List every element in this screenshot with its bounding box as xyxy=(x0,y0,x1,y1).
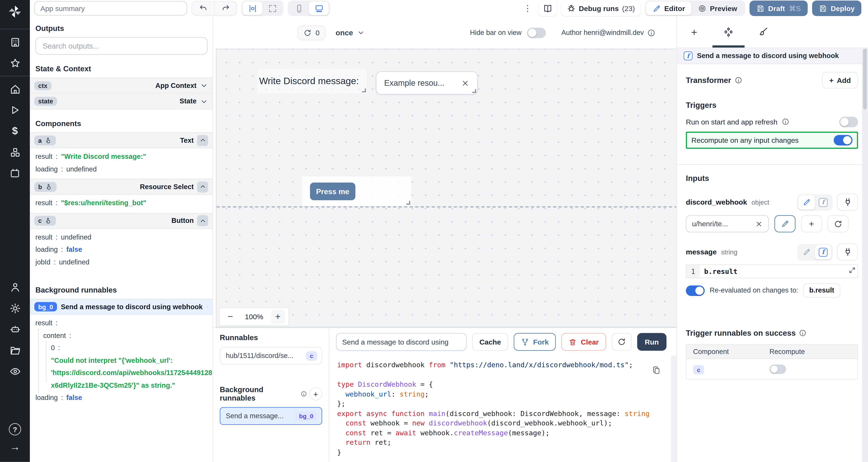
code-line[interactable]: webhook_url: string; xyxy=(337,389,671,399)
collapse-button[interactable] xyxy=(197,135,208,146)
fit-view-button[interactable] xyxy=(262,2,282,15)
background-runnable-row[interactable]: bg_0 Send a message to discord using web… xyxy=(30,299,213,315)
align-center-button[interactable] xyxy=(243,2,262,15)
info-icon[interactable] xyxy=(799,329,807,337)
code-line[interactable]: export async function main(discord_webho… xyxy=(337,408,671,418)
text-component-tile[interactable]: Write Discord message: xyxy=(257,69,367,93)
undo-button[interactable] xyxy=(192,2,214,15)
expand-editor-icon[interactable] xyxy=(849,267,856,274)
connect-plug-button[interactable] xyxy=(837,194,858,210)
refresh-count-button[interactable]: 0 xyxy=(297,25,326,40)
code-line[interactable]: } xyxy=(337,447,671,457)
clear-button[interactable]: Clear xyxy=(561,333,606,351)
refresh-resource-button[interactable] xyxy=(828,215,849,232)
home-icon[interactable] xyxy=(6,80,25,99)
run-on-start-toggle[interactable] xyxy=(839,117,858,127)
info-icon[interactable] xyxy=(301,391,307,397)
code-line[interactable]: }; xyxy=(337,399,671,408)
cache-button[interactable]: Cache xyxy=(472,333,508,351)
zoom-in-button[interactable]: + xyxy=(271,309,285,324)
code-line[interactable]: const ret = await webhook.createMessage(… xyxy=(337,428,671,437)
output-row-ctx[interactable]: ctx App Context xyxy=(30,77,213,94)
app-summary-input[interactable] xyxy=(34,1,187,16)
code-line[interactable]: const webhook = new discordwebhook(disco… xyxy=(337,418,671,428)
resource-picker[interactable]: u/henri/te... xyxy=(686,215,769,232)
code-line[interactable] xyxy=(337,370,671,380)
inspector-scrollbar[interactable] xyxy=(862,47,868,462)
favorites-icon[interactable] xyxy=(6,54,25,72)
folders-icon[interactable] xyxy=(6,341,25,360)
audit-eye-icon[interactable] xyxy=(6,362,25,381)
tab-styling[interactable] xyxy=(746,27,780,37)
add-transformer-button[interactable]: +Add xyxy=(822,72,858,89)
debug-runs-button[interactable]: Debug runs (23) xyxy=(561,1,640,16)
resize-handle[interactable] xyxy=(406,201,410,205)
script-name-input[interactable]: Send a message to discord using xyxy=(336,333,467,351)
more-menu-button[interactable]: ⋮ xyxy=(521,3,534,13)
component-row-a[interactable]: a Text xyxy=(30,132,213,148)
recompute-toggle[interactable] xyxy=(834,135,852,145)
draft-button[interactable]: Draft ⌘S xyxy=(749,1,807,16)
background-runnable-item-selected[interactable]: Send a message... bg_0 xyxy=(220,407,322,425)
clear-selection-icon[interactable] xyxy=(461,79,469,87)
help-icon[interactable]: ? xyxy=(9,423,21,435)
code-line[interactable]: return ret; xyxy=(337,437,671,447)
zoom-out-button[interactable]: − xyxy=(223,309,238,324)
search-outputs-input[interactable] xyxy=(35,37,208,55)
edit-resource-button[interactable] xyxy=(774,215,796,232)
add-resource-button[interactable]: + xyxy=(801,215,822,232)
docs-button[interactable] xyxy=(538,1,557,16)
chevron-down-icon[interactable] xyxy=(200,97,208,105)
connect-plug-button[interactable] xyxy=(837,243,858,260)
run-mode-dropdown[interactable]: once xyxy=(336,29,365,37)
reeval-target-chip[interactable]: b.result xyxy=(803,283,840,298)
code-scrollbar[interactable] xyxy=(671,356,677,462)
fork-button[interactable]: Fork xyxy=(514,333,556,351)
desktop-view-button[interactable] xyxy=(309,2,329,15)
variables-icon[interactable]: $ xyxy=(6,122,25,140)
message-expression-editor[interactable]: 1 b.result xyxy=(686,264,858,278)
deploy-button[interactable]: Deploy xyxy=(812,1,861,16)
collapse-button[interactable] xyxy=(197,215,208,226)
eval-mode-button[interactable]: f xyxy=(815,245,832,259)
eval-mode-button[interactable]: f xyxy=(815,195,832,209)
resize-handle[interactable] xyxy=(472,89,476,93)
code-line[interactable]: import discordwebhook from "https://deno… xyxy=(337,360,671,370)
copy-code-icon[interactable] xyxy=(652,366,661,375)
resource-select-component[interactable]: Example resou... xyxy=(376,71,478,95)
tab-component-settings[interactable] xyxy=(711,27,746,38)
collapse-arrow-icon[interactable]: → xyxy=(6,437,25,456)
tab-insert-component[interactable]: + xyxy=(677,27,711,39)
info-icon[interactable] xyxy=(734,76,742,84)
output-row-state[interactable]: state State xyxy=(30,94,213,110)
workers-robot-icon[interactable] xyxy=(6,320,25,338)
runs-icon[interactable] xyxy=(6,101,25,120)
refresh-code-button[interactable] xyxy=(612,333,631,351)
mobile-view-button[interactable] xyxy=(289,2,309,15)
schedules-icon[interactable] xyxy=(6,164,25,183)
users-icon[interactable] xyxy=(6,278,25,297)
clear-resource-icon[interactable] xyxy=(755,220,763,228)
resources-icon[interactable] xyxy=(6,143,25,162)
redo-button[interactable] xyxy=(214,2,236,15)
run-button[interactable]: Run xyxy=(637,333,666,351)
hide-bar-toggle[interactable] xyxy=(527,27,546,38)
code-line[interactable]: type DiscordWebhook = { xyxy=(337,380,671,389)
info-icon[interactable] xyxy=(647,29,655,37)
workspace-icon[interactable] xyxy=(6,33,25,52)
reeval-toggle[interactable] xyxy=(686,285,705,296)
tab-preview[interactable]: Preview xyxy=(691,2,744,15)
tab-editor[interactable]: Editor xyxy=(646,2,691,15)
pencil-icon[interactable] xyxy=(207,303,208,310)
chevron-down-icon[interactable] xyxy=(200,81,208,90)
info-icon[interactable] xyxy=(781,118,789,126)
component-row-b[interactable]: b Resource Select xyxy=(30,179,213,195)
code-editor[interactable]: import discordwebhook from "https://deno… xyxy=(329,356,671,462)
recompute-c-toggle[interactable] xyxy=(770,364,786,374)
static-mode-pencil-button[interactable] xyxy=(798,195,815,209)
press-me-button[interactable]: Press me xyxy=(310,183,355,200)
collapse-button[interactable] xyxy=(197,181,208,192)
settings-gear-icon[interactable] xyxy=(6,299,25,318)
button-component-tile[interactable]: Press me xyxy=(302,176,411,206)
windmill-logo-icon[interactable] xyxy=(8,4,22,21)
